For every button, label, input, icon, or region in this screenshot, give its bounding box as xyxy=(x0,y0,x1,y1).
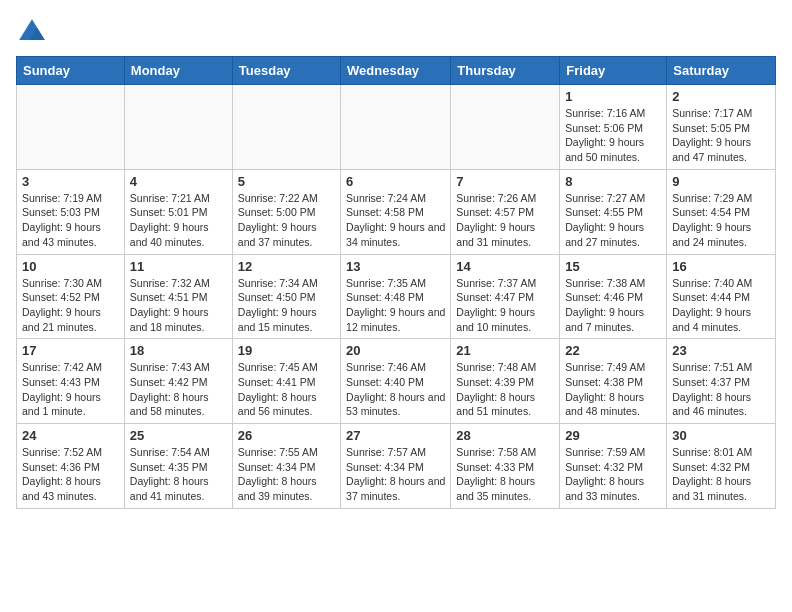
day-number: 6 xyxy=(346,174,445,189)
day-number: 18 xyxy=(130,343,227,358)
day-number: 30 xyxy=(672,428,770,443)
day-info: Sunrise: 7:32 AM Sunset: 4:51 PM Dayligh… xyxy=(130,276,227,335)
calendar-week-row: 10Sunrise: 7:30 AM Sunset: 4:52 PM Dayli… xyxy=(17,254,776,339)
weekday-header-monday: Monday xyxy=(124,57,232,85)
day-info: Sunrise: 7:58 AM Sunset: 4:33 PM Dayligh… xyxy=(456,445,554,504)
day-info: Sunrise: 7:43 AM Sunset: 4:42 PM Dayligh… xyxy=(130,360,227,419)
day-number: 24 xyxy=(22,428,119,443)
calendar-cell: 9Sunrise: 7:29 AM Sunset: 4:54 PM Daylig… xyxy=(667,169,776,254)
day-info: Sunrise: 7:46 AM Sunset: 4:40 PM Dayligh… xyxy=(346,360,445,419)
day-number: 22 xyxy=(565,343,661,358)
calendar-week-row: 3Sunrise: 7:19 AM Sunset: 5:03 PM Daylig… xyxy=(17,169,776,254)
day-info: Sunrise: 7:21 AM Sunset: 5:01 PM Dayligh… xyxy=(130,191,227,250)
calendar-cell: 8Sunrise: 7:27 AM Sunset: 4:55 PM Daylig… xyxy=(560,169,667,254)
day-info: Sunrise: 8:01 AM Sunset: 4:32 PM Dayligh… xyxy=(672,445,770,504)
day-number: 12 xyxy=(238,259,335,274)
calendar-header-row: SundayMondayTuesdayWednesdayThursdayFrid… xyxy=(17,57,776,85)
day-number: 15 xyxy=(565,259,661,274)
calendar-cell xyxy=(232,85,340,170)
day-number: 21 xyxy=(456,343,554,358)
day-number: 14 xyxy=(456,259,554,274)
weekday-header-thursday: Thursday xyxy=(451,57,560,85)
day-info: Sunrise: 7:26 AM Sunset: 4:57 PM Dayligh… xyxy=(456,191,554,250)
logo xyxy=(16,16,52,48)
calendar-week-row: 17Sunrise: 7:42 AM Sunset: 4:43 PM Dayli… xyxy=(17,339,776,424)
calendar-cell: 12Sunrise: 7:34 AM Sunset: 4:50 PM Dayli… xyxy=(232,254,340,339)
calendar-table: SundayMondayTuesdayWednesdayThursdayFrid… xyxy=(16,56,776,509)
day-info: Sunrise: 7:52 AM Sunset: 4:36 PM Dayligh… xyxy=(22,445,119,504)
day-number: 11 xyxy=(130,259,227,274)
day-info: Sunrise: 7:22 AM Sunset: 5:00 PM Dayligh… xyxy=(238,191,335,250)
calendar-cell: 24Sunrise: 7:52 AM Sunset: 4:36 PM Dayli… xyxy=(17,424,125,509)
day-number: 4 xyxy=(130,174,227,189)
day-info: Sunrise: 7:30 AM Sunset: 4:52 PM Dayligh… xyxy=(22,276,119,335)
day-number: 28 xyxy=(456,428,554,443)
calendar-cell: 13Sunrise: 7:35 AM Sunset: 4:48 PM Dayli… xyxy=(341,254,451,339)
calendar-cell: 28Sunrise: 7:58 AM Sunset: 4:33 PM Dayli… xyxy=(451,424,560,509)
day-info: Sunrise: 7:57 AM Sunset: 4:34 PM Dayligh… xyxy=(346,445,445,504)
calendar-cell: 6Sunrise: 7:24 AM Sunset: 4:58 PM Daylig… xyxy=(341,169,451,254)
day-info: Sunrise: 7:45 AM Sunset: 4:41 PM Dayligh… xyxy=(238,360,335,419)
calendar-cell: 11Sunrise: 7:32 AM Sunset: 4:51 PM Dayli… xyxy=(124,254,232,339)
calendar-cell: 7Sunrise: 7:26 AM Sunset: 4:57 PM Daylig… xyxy=(451,169,560,254)
day-number: 27 xyxy=(346,428,445,443)
calendar-cell: 30Sunrise: 8:01 AM Sunset: 4:32 PM Dayli… xyxy=(667,424,776,509)
calendar-cell xyxy=(341,85,451,170)
calendar-cell: 23Sunrise: 7:51 AM Sunset: 4:37 PM Dayli… xyxy=(667,339,776,424)
calendar-cell xyxy=(451,85,560,170)
day-info: Sunrise: 7:19 AM Sunset: 5:03 PM Dayligh… xyxy=(22,191,119,250)
day-info: Sunrise: 7:40 AM Sunset: 4:44 PM Dayligh… xyxy=(672,276,770,335)
day-number: 5 xyxy=(238,174,335,189)
day-number: 3 xyxy=(22,174,119,189)
day-number: 25 xyxy=(130,428,227,443)
day-number: 7 xyxy=(456,174,554,189)
calendar-cell: 20Sunrise: 7:46 AM Sunset: 4:40 PM Dayli… xyxy=(341,339,451,424)
weekday-header-wednesday: Wednesday xyxy=(341,57,451,85)
weekday-header-tuesday: Tuesday xyxy=(232,57,340,85)
day-info: Sunrise: 7:38 AM Sunset: 4:46 PM Dayligh… xyxy=(565,276,661,335)
calendar-cell: 18Sunrise: 7:43 AM Sunset: 4:42 PM Dayli… xyxy=(124,339,232,424)
calendar-cell: 21Sunrise: 7:48 AM Sunset: 4:39 PM Dayli… xyxy=(451,339,560,424)
day-info: Sunrise: 7:35 AM Sunset: 4:48 PM Dayligh… xyxy=(346,276,445,335)
page-header xyxy=(16,16,776,48)
calendar-cell: 29Sunrise: 7:59 AM Sunset: 4:32 PM Dayli… xyxy=(560,424,667,509)
calendar-cell: 15Sunrise: 7:38 AM Sunset: 4:46 PM Dayli… xyxy=(560,254,667,339)
day-number: 17 xyxy=(22,343,119,358)
day-info: Sunrise: 7:49 AM Sunset: 4:38 PM Dayligh… xyxy=(565,360,661,419)
calendar-cell: 16Sunrise: 7:40 AM Sunset: 4:44 PM Dayli… xyxy=(667,254,776,339)
day-info: Sunrise: 7:54 AM Sunset: 4:35 PM Dayligh… xyxy=(130,445,227,504)
day-info: Sunrise: 7:59 AM Sunset: 4:32 PM Dayligh… xyxy=(565,445,661,504)
day-number: 29 xyxy=(565,428,661,443)
day-number: 1 xyxy=(565,89,661,104)
calendar-cell: 26Sunrise: 7:55 AM Sunset: 4:34 PM Dayli… xyxy=(232,424,340,509)
calendar-cell: 3Sunrise: 7:19 AM Sunset: 5:03 PM Daylig… xyxy=(17,169,125,254)
calendar-week-row: 24Sunrise: 7:52 AM Sunset: 4:36 PM Dayli… xyxy=(17,424,776,509)
calendar-cell xyxy=(17,85,125,170)
day-info: Sunrise: 7:29 AM Sunset: 4:54 PM Dayligh… xyxy=(672,191,770,250)
day-number: 19 xyxy=(238,343,335,358)
day-number: 10 xyxy=(22,259,119,274)
weekday-header-friday: Friday xyxy=(560,57,667,85)
day-info: Sunrise: 7:42 AM Sunset: 4:43 PM Dayligh… xyxy=(22,360,119,419)
calendar-week-row: 1Sunrise: 7:16 AM Sunset: 5:06 PM Daylig… xyxy=(17,85,776,170)
day-number: 23 xyxy=(672,343,770,358)
day-info: Sunrise: 7:55 AM Sunset: 4:34 PM Dayligh… xyxy=(238,445,335,504)
day-info: Sunrise: 7:24 AM Sunset: 4:58 PM Dayligh… xyxy=(346,191,445,250)
calendar-cell: 27Sunrise: 7:57 AM Sunset: 4:34 PM Dayli… xyxy=(341,424,451,509)
day-info: Sunrise: 7:37 AM Sunset: 4:47 PM Dayligh… xyxy=(456,276,554,335)
weekday-header-sunday: Sunday xyxy=(17,57,125,85)
calendar-cell: 2Sunrise: 7:17 AM Sunset: 5:05 PM Daylig… xyxy=(667,85,776,170)
day-info: Sunrise: 7:27 AM Sunset: 4:55 PM Dayligh… xyxy=(565,191,661,250)
calendar-cell: 14Sunrise: 7:37 AM Sunset: 4:47 PM Dayli… xyxy=(451,254,560,339)
calendar-cell: 19Sunrise: 7:45 AM Sunset: 4:41 PM Dayli… xyxy=(232,339,340,424)
day-info: Sunrise: 7:34 AM Sunset: 4:50 PM Dayligh… xyxy=(238,276,335,335)
day-number: 9 xyxy=(672,174,770,189)
day-info: Sunrise: 7:16 AM Sunset: 5:06 PM Dayligh… xyxy=(565,106,661,165)
calendar-cell: 22Sunrise: 7:49 AM Sunset: 4:38 PM Dayli… xyxy=(560,339,667,424)
calendar-cell: 25Sunrise: 7:54 AM Sunset: 4:35 PM Dayli… xyxy=(124,424,232,509)
calendar-cell: 4Sunrise: 7:21 AM Sunset: 5:01 PM Daylig… xyxy=(124,169,232,254)
calendar-cell: 5Sunrise: 7:22 AM Sunset: 5:00 PM Daylig… xyxy=(232,169,340,254)
day-info: Sunrise: 7:51 AM Sunset: 4:37 PM Dayligh… xyxy=(672,360,770,419)
day-number: 26 xyxy=(238,428,335,443)
day-number: 2 xyxy=(672,89,770,104)
